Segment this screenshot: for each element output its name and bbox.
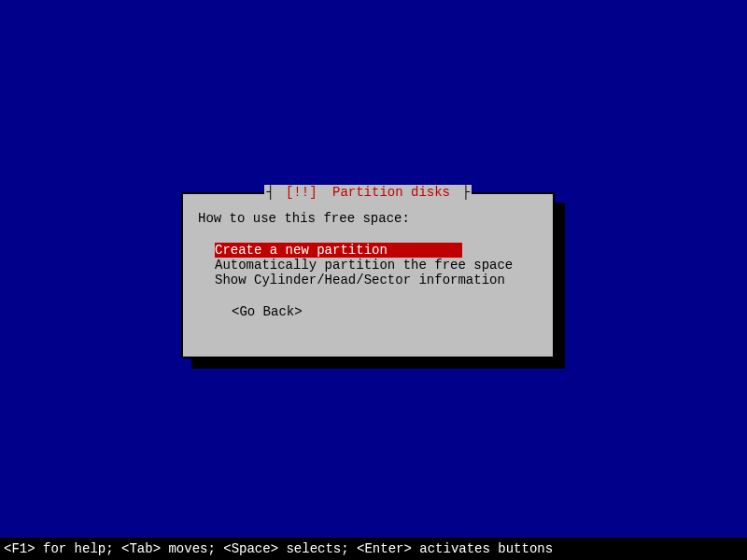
option-auto-partition[interactable]: Automatically partition the free space bbox=[215, 258, 538, 273]
title-marker: [!!] bbox=[284, 185, 319, 200]
partition-dialog: ┤ [!!] Partition disks ├ How to use this… bbox=[181, 192, 555, 358]
title-bracket-close: ├ bbox=[452, 185, 472, 200]
dialog-title: ┤ [!!] Partition disks ├ bbox=[183, 185, 553, 200]
dialog-content: How to use this free space: Create a new… bbox=[183, 194, 553, 319]
option-show-chs[interactable]: Show Cylinder/Head/Sector information bbox=[215, 273, 538, 287]
options-list: Create a new partition Automatically par… bbox=[215, 243, 538, 287]
dialog-prompt: How to use this free space: bbox=[198, 211, 538, 226]
title-label bbox=[319, 185, 331, 200]
title-text: Partition disks bbox=[331, 185, 452, 200]
status-bar: <F1> for help; <Tab> moves; <Space> sele… bbox=[0, 538, 747, 560]
go-back-button[interactable]: <Go Back> bbox=[232, 304, 538, 319]
title-bracket-open: ┤ bbox=[264, 185, 284, 200]
option-create-partition[interactable]: Create a new partition bbox=[215, 243, 462, 258]
